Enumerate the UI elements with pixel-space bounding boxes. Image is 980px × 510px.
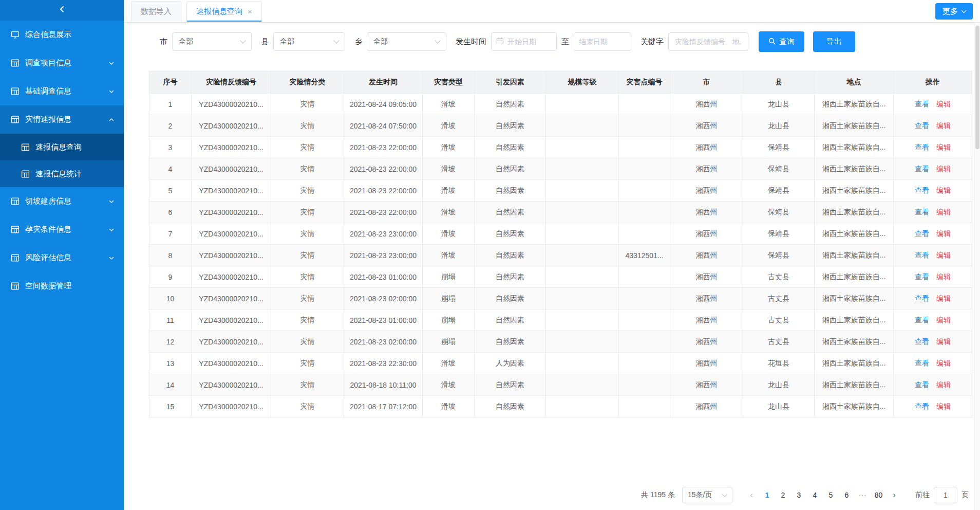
view-link[interactable]: 查看 — [915, 380, 929, 389]
calendar-icon — [496, 37, 504, 46]
table-cell — [619, 396, 670, 417]
table-cell: 2021-08-23 01:00:00 — [344, 266, 423, 288]
edit-link[interactable]: 编辑 — [936, 143, 951, 151]
column-header: 灾险情分类 — [271, 71, 344, 94]
table-cell — [546, 353, 619, 374]
town-select[interactable]: 全部 — [367, 32, 446, 51]
table-cell — [619, 137, 670, 158]
table-cell: 灾情 — [271, 94, 344, 115]
start-date-input[interactable] — [491, 32, 557, 51]
table-cell: 6 — [149, 202, 192, 223]
view-link[interactable]: 查看 — [915, 294, 929, 302]
view-link[interactable]: 查看 — [915, 121, 929, 130]
page-number[interactable]: 3 — [791, 487, 807, 503]
goto-page-input[interactable] — [934, 487, 957, 503]
tab-data-import[interactable]: 数据导入 — [131, 1, 181, 22]
edit-link[interactable]: 编辑 — [936, 316, 951, 324]
view-link[interactable]: 查看 — [915, 100, 929, 108]
tab-report-query[interactable]: 速报信息查询× — [186, 1, 262, 22]
prev-page-button[interactable]: ‹ — [744, 490, 759, 500]
sidebar-item-survey-project[interactable]: 调查项目信息 — [0, 49, 124, 77]
edit-link[interactable]: 编辑 — [936, 272, 951, 281]
edit-link[interactable]: 编辑 — [936, 294, 951, 302]
keyword-input[interactable] — [668, 32, 748, 51]
table-row: 8YZD43000020210...灾情2021-08-23 23:00:00滑… — [149, 245, 972, 266]
view-link[interactable]: 查看 — [915, 208, 929, 216]
table-cell: 龙山县 — [743, 94, 815, 115]
sidebar-subitem-report-stats[interactable]: 速报信息统计 — [0, 160, 124, 187]
view-link[interactable]: 查看 — [915, 272, 929, 281]
sidebar-item-basic-survey[interactable]: 基础调查信息 — [0, 77, 124, 105]
page-number[interactable]: 80 — [871, 487, 887, 503]
edit-link[interactable]: 编辑 — [936, 208, 951, 216]
city-select[interactable]: 全部 — [172, 32, 252, 51]
sidebar-item-hazard-condition[interactable]: 孕灾条件信息 — [0, 215, 124, 244]
view-link[interactable]: 查看 — [915, 337, 929, 345]
sidebar-item-risk-assessment[interactable]: 风险评估信息 — [0, 244, 124, 272]
edit-link[interactable]: 编辑 — [936, 165, 951, 173]
page-number[interactable]: 6 — [839, 487, 855, 503]
search-button[interactable]: 查询 — [759, 31, 804, 52]
sidebar-item-slope-housing[interactable]: 切坡建房信息 — [0, 187, 124, 215]
table-cell-actions: 查看编辑 — [894, 115, 972, 137]
table-cell: 2021-08-17 07:12:00 — [344, 396, 423, 417]
edit-link[interactable]: 编辑 — [936, 100, 951, 108]
close-icon[interactable]: × — [248, 8, 252, 15]
table-cell: 湘西土家族苗族自... — [815, 288, 894, 309]
scrollbar-thumb[interactable] — [975, 26, 979, 149]
table-cell: 灾情 — [271, 331, 344, 353]
end-date-field[interactable] — [579, 38, 626, 46]
page-number[interactable]: 4 — [807, 487, 823, 503]
table-cell: 自然因素 — [475, 202, 546, 223]
vertical-scrollbar[interactable] — [974, 23, 980, 510]
column-header: 灾险情反馈编号 — [192, 71, 271, 94]
table-cell: 3 — [149, 137, 192, 158]
table-cell: 湘西州 — [670, 374, 743, 396]
table-cell: 灾情 — [271, 353, 344, 374]
pagination: 共 1195 条 15条/页 ‹ 123456···80 › 前往 页 — [124, 487, 980, 510]
sidebar-item-overview[interactable]: 综合信息展示 — [0, 21, 124, 49]
table-cell: 湘西州 — [670, 202, 743, 223]
county-select[interactable]: 全部 — [273, 32, 345, 51]
view-link[interactable]: 查看 — [915, 251, 929, 259]
end-date-input[interactable] — [574, 32, 631, 51]
edit-link[interactable]: 编辑 — [936, 121, 951, 130]
sidebar-collapse-button[interactable] — [0, 0, 124, 21]
edit-link[interactable]: 编辑 — [936, 229, 951, 238]
keyword-field[interactable] — [675, 38, 742, 46]
table-cell — [546, 94, 619, 115]
sidebar-item-spatial-data[interactable]: 空间数据管理 — [0, 272, 124, 300]
view-link[interactable]: 查看 — [915, 143, 929, 151]
column-header: 规模等级 — [546, 71, 619, 94]
page-number[interactable]: 5 — [823, 487, 839, 503]
edit-link[interactable]: 编辑 — [936, 251, 951, 259]
table-cell: 龙山县 — [743, 115, 815, 137]
table-cell — [546, 396, 619, 417]
view-link[interactable]: 查看 — [915, 165, 929, 173]
table-cell: YZD43000020210... — [192, 288, 271, 309]
view-link[interactable]: 查看 — [915, 229, 929, 238]
table-row: 4YZD43000020210...灾情2021-08-23 22:00:00滑… — [149, 158, 972, 180]
edit-link[interactable]: 编辑 — [936, 380, 951, 389]
table-cell: 保靖县 — [743, 137, 815, 158]
table-cell: 自然因素 — [475, 374, 546, 396]
page-size-select[interactable]: 15条/页 — [682, 487, 732, 503]
edit-link[interactable]: 编辑 — [936, 337, 951, 345]
view-link[interactable]: 查看 — [915, 316, 929, 324]
sidebar-subitem-report-query[interactable]: 速报信息查询 — [0, 134, 124, 160]
export-button[interactable]: 导出 — [813, 31, 855, 52]
view-link[interactable]: 查看 — [915, 402, 929, 410]
more-button[interactable]: 更多 — [935, 3, 973, 20]
table-cell: 灾情 — [271, 137, 344, 158]
table-cell: 滑坡 — [423, 137, 475, 158]
edit-link[interactable]: 编辑 — [936, 186, 951, 194]
edit-link[interactable]: 编辑 — [936, 359, 951, 367]
view-link[interactable]: 查看 — [915, 186, 929, 194]
edit-link[interactable]: 编辑 — [936, 402, 951, 410]
next-page-button[interactable]: › — [887, 490, 902, 500]
page-number[interactable]: 1 — [759, 487, 775, 503]
page-number[interactable]: 2 — [775, 487, 791, 503]
sidebar-item-disaster-report[interactable]: 灾情速报信息 — [0, 105, 124, 134]
view-link[interactable]: 查看 — [915, 359, 929, 367]
start-date-field[interactable] — [507, 38, 552, 46]
